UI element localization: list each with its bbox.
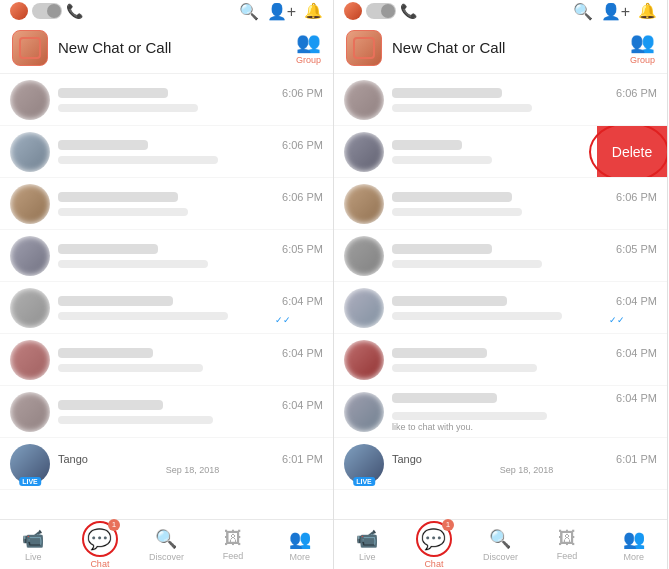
chat-name: [392, 244, 492, 254]
chat-item[interactable]: 6:04 PM: [0, 334, 333, 386]
nav-chat-left[interactable]: 💬 1 Chat: [67, 521, 134, 569]
header-right: New Chat or Call 👥 Group: [334, 22, 667, 74]
chat-icon: 💬: [421, 527, 446, 551]
left-panel: 📞 🔍 👤+ 🔔 New Chat or Call 👥 Group 6:06 P…: [0, 0, 334, 569]
chat-time: 6:04 PM: [282, 347, 323, 359]
group-label-right: Group: [630, 55, 655, 65]
chat-preview: [58, 208, 188, 216]
status-bar-right: 📞 🔍 👤+ 🔔: [334, 0, 667, 22]
chat-item[interactable]: 6:04 PM: [0, 386, 333, 438]
chat-name: [58, 348, 153, 358]
chat-time: 6:05 PM: [282, 243, 323, 255]
nav-more-left[interactable]: 👥 More: [266, 528, 333, 562]
live-avatar: LIVE: [10, 444, 50, 484]
chat-extra-msg: like to chat with you.: [392, 422, 657, 432]
chat-item[interactable]: 6:06 PM: [0, 74, 333, 126]
chat-item[interactable]: 6:06 PM: [0, 126, 333, 178]
notification-icon[interactable]: 🔔: [304, 2, 323, 20]
chat-preview: [392, 412, 547, 420]
toggle-switch[interactable]: [32, 3, 62, 19]
right-panel: 📞 🔍 👤+ 🔔 New Chat or Call 👥 Group 6:06 P…: [334, 0, 668, 569]
chat-time: 6:06 PM: [616, 87, 657, 99]
avatar: [344, 288, 384, 328]
chat-list-left: 6:06 PM 6:06 PM 6:06 PM: [0, 74, 333, 519]
bottom-nav-left: 📹 Live 💬 1 Chat 🔍 Discover 🖼 Feed 👥 More: [0, 519, 333, 569]
avatar: [344, 80, 384, 120]
avatar: [344, 340, 384, 380]
more-label: More: [289, 552, 310, 562]
chat-content: 6:04 PM: [392, 347, 657, 372]
chat-item-delete[interactable]: 6:06 PM Delete: [334, 126, 667, 178]
chat-name: [58, 296, 173, 306]
chat-content: 6:04 PM like to chat with you.: [392, 392, 657, 432]
toggle-switch[interactable]: [366, 3, 396, 19]
live-badge: LIVE: [19, 477, 41, 486]
chat-label: Chat: [90, 559, 109, 569]
nav-discover-left[interactable]: 🔍 Discover: [133, 528, 200, 562]
delete-label: Delete: [612, 144, 652, 160]
chat-name: [392, 348, 487, 358]
chat-content: 6:06 PM: [58, 191, 323, 216]
discover-icon: 🔍: [155, 528, 177, 550]
new-chat-avatar-inner: [353, 37, 375, 59]
avatar: [10, 132, 50, 172]
chat-item[interactable]: 6:04 PM like to chat with you.: [334, 386, 667, 438]
chat-item[interactable]: 6:04 PM: [334, 334, 667, 386]
chat-item[interactable]: 6:06 PM: [334, 178, 667, 230]
chat-item[interactable]: 6:06 PM: [0, 178, 333, 230]
chat-preview: [392, 208, 522, 216]
chat-time: 6:01 PM: [616, 453, 657, 465]
more-icon: 👥: [623, 528, 645, 550]
chat-item[interactable]: 6:04 PM ✓✓: [334, 282, 667, 334]
nav-discover-right[interactable]: 🔍 Discover: [467, 528, 534, 562]
chat-time: 6:05 PM: [616, 243, 657, 255]
chat-name: [58, 192, 178, 202]
feed-label: Feed: [557, 551, 578, 561]
tango-chat-item[interactable]: LIVE Tango 6:01 PM Sep 18, 2018: [0, 438, 333, 490]
avatar: [10, 236, 50, 276]
nav-chat-right[interactable]: 💬 1 Chat: [401, 521, 468, 569]
add-contact-icon[interactable]: 👤+: [601, 2, 630, 21]
chat-circle: 💬 1: [416, 521, 452, 557]
status-right: 🔍 👤+ 🔔: [573, 2, 657, 21]
chat-item[interactable]: 6:05 PM: [334, 230, 667, 282]
chat-preview: [392, 260, 542, 268]
chat-badge: 1: [108, 519, 120, 531]
notification-icon[interactable]: 🔔: [638, 2, 657, 20]
nav-live-right[interactable]: 📹 Live: [334, 528, 401, 562]
chat-content: 6:04 PM: [58, 399, 323, 424]
chat-name: [392, 393, 497, 403]
new-chat-avatar[interactable]: [12, 30, 48, 66]
phone-icon: 📞: [66, 3, 83, 19]
add-contact-icon[interactable]: 👤+: [267, 2, 296, 21]
avatar: [344, 392, 384, 432]
group-button-left[interactable]: 👥 Group: [296, 30, 321, 65]
tango-chat-item[interactable]: LIVE Tango 6:01 PM Sep 18, 2018: [334, 438, 667, 490]
chat-item[interactable]: 6:06 PM: [334, 74, 667, 126]
group-button-right[interactable]: 👥 Group: [630, 30, 655, 65]
nav-more-right[interactable]: 👥 More: [600, 528, 667, 562]
nav-live-left[interactable]: 📹 Live: [0, 528, 67, 562]
feed-icon: 🖼: [224, 528, 242, 549]
status-left: 📞: [10, 2, 83, 20]
phone-icon: 📞: [400, 3, 417, 19]
search-icon[interactable]: 🔍: [239, 2, 259, 21]
profile-avatar-status: [344, 2, 362, 20]
tango-name: Tango: [392, 453, 422, 465]
chat-name: [58, 140, 148, 150]
chat-badge: 1: [442, 519, 454, 531]
nav-feed-left[interactable]: 🖼 Feed: [200, 528, 267, 561]
chat-time: 6:01 PM: [282, 453, 323, 465]
search-icon[interactable]: 🔍: [573, 2, 593, 21]
delete-button[interactable]: Delete: [597, 126, 667, 177]
chat-preview: [58, 156, 218, 164]
group-icon-left: 👥: [296, 30, 321, 54]
live-badge: LIVE: [353, 477, 375, 486]
live-icon: 📹: [22, 528, 44, 550]
chat-preview: [392, 156, 492, 164]
nav-feed-right[interactable]: 🖼 Feed: [534, 528, 601, 561]
chat-item[interactable]: 6:04 PM ✓✓: [0, 282, 333, 334]
new-chat-avatar[interactable]: [346, 30, 382, 66]
avatar: [10, 184, 50, 224]
chat-item[interactable]: 6:05 PM: [0, 230, 333, 282]
